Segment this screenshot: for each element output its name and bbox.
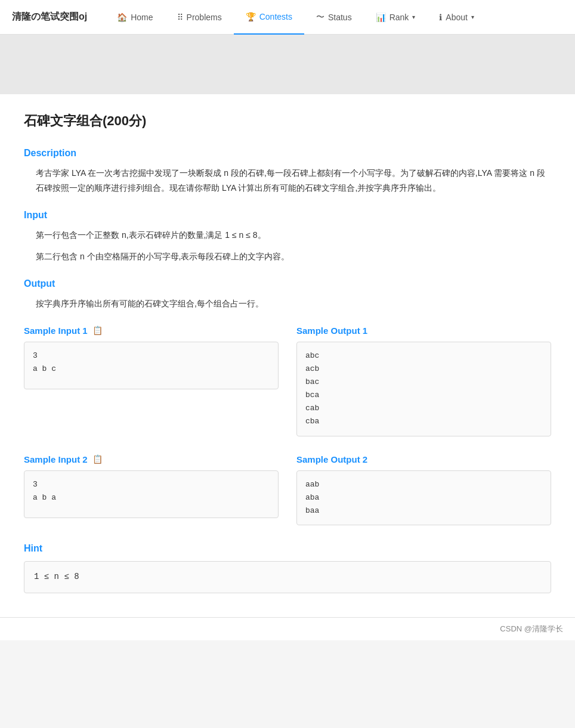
- description-title: Description: [24, 148, 551, 159]
- hint-section: Hint 1 ≤ n ≤ 8: [24, 543, 551, 593]
- nav-item-status[interactable]: 〜 Status: [304, 0, 364, 35]
- description-text: 考古学家 LYA 在一次考古挖掘中发现了一块断裂成 n 段的石碑,每一段石碑上都…: [36, 166, 551, 196]
- sample-output-2-label: Sample Output 2: [296, 454, 551, 464]
- nav-label-problems: Problems: [187, 13, 222, 22]
- sample-row-2: Sample Input 2 📋 3 a b a Sample Output 2…: [24, 454, 551, 525]
- home-icon: 🏠: [117, 13, 127, 22]
- hint-box: 1 ≤ n ≤ 8: [24, 561, 551, 593]
- input-section: Input 第一行包含一个正整数 n,表示石碑碎片的数量,满足 1 ≤ n ≤ …: [24, 210, 551, 264]
- about-chevron-icon: ▾: [471, 14, 474, 20]
- problems-icon: ⠿: [177, 13, 183, 22]
- about-icon: ℹ: [439, 13, 442, 22]
- sample-output-1-box: abc acb bac bca cab cba: [296, 342, 551, 436]
- main-content: 石碑文字组合(200分) Description 考古学家 LYA 在一次考古挖…: [0, 94, 575, 617]
- site-brand: 清隆の笔试突围oj: [12, 11, 87, 23]
- status-icon: 〜: [316, 12, 324, 23]
- sample-output-2-box: aab aba baa: [296, 470, 551, 525]
- output-title: Output: [24, 278, 551, 289]
- sample-input-1-box: 3 a b c: [24, 342, 279, 389]
- sample-input-2-box: 3 a b a: [24, 470, 279, 518]
- nav-item-rank[interactable]: 📊 Rank ▾: [364, 0, 428, 35]
- nav-label-rank: Rank: [389, 13, 409, 22]
- sample-output-2-title: Sample Output 2: [296, 454, 367, 464]
- nav-label-status: Status: [328, 13, 352, 22]
- input-line2: 第二行包含 n 个由空格隔开的小写字母,表示每段石碑上的文字内容。: [36, 249, 551, 264]
- output-text: 按字典序升序输出所有可能的石碑文字组合,每个组合占一行。: [36, 296, 551, 311]
- sample-input-1-title: Sample Input 1: [24, 326, 88, 336]
- input-body: 第一行包含一个正整数 n,表示石碑碎片的数量,满足 1 ≤ n ≤ 8。 第二行…: [24, 228, 551, 264]
- sample-output-1-title: Sample Output 1: [296, 326, 367, 336]
- contests-icon: 🏆: [246, 12, 256, 21]
- nav-item-home[interactable]: 🏠 Home: [105, 0, 165, 35]
- sample-input-2-col: Sample Input 2 📋 3 a b a: [24, 454, 279, 525]
- nav-item-problems[interactable]: ⠿ Problems: [165, 0, 234, 35]
- copy-icon-1[interactable]: 📋: [92, 326, 103, 335]
- nav-item-contests[interactable]: 🏆 Contests: [234, 0, 304, 35]
- nav-item-about[interactable]: ℹ About ▾: [427, 0, 486, 35]
- description-body: 考古学家 LYA 在一次考古挖掘中发现了一块断裂成 n 段的石碑,每一段石碑上都…: [24, 166, 551, 196]
- sample-row-1: Sample Input 1 📋 3 a b c Sample Output 1…: [24, 326, 551, 436]
- banner: [0, 35, 575, 94]
- footer: CSDN @清隆学长: [0, 617, 575, 640]
- sample-output-1-col: Sample Output 1 abc acb bac bca cab cba: [296, 326, 551, 436]
- nav-label-contests: Contests: [259, 12, 292, 21]
- nav-label-home: Home: [131, 13, 153, 22]
- hint-title: Hint: [24, 543, 551, 554]
- rank-icon: 📊: [376, 13, 386, 22]
- input-line1: 第一行包含一个正整数 n,表示石碑碎片的数量,满足 1 ≤ n ≤ 8。: [36, 228, 551, 243]
- output-body: 按字典序升序输出所有可能的石碑文字组合,每个组合占一行。: [24, 296, 551, 311]
- problem-title: 石碑文字组合(200分): [24, 112, 551, 130]
- input-title: Input: [24, 210, 551, 221]
- sample-output-2-col: Sample Output 2 aab aba baa: [296, 454, 551, 525]
- nav-items: 🏠 Home ⠿ Problems 🏆 Contests 〜 Status 📊 …: [105, 0, 563, 35]
- output-section: Output 按字典序升序输出所有可能的石碑文字组合,每个组合占一行。: [24, 278, 551, 311]
- sample-input-2-title: Sample Input 2: [24, 454, 88, 464]
- sample-input-1-col: Sample Input 1 📋 3 a b c: [24, 326, 279, 436]
- nav-label-about: About: [446, 13, 468, 22]
- sample-input-1-label: Sample Input 1 📋: [24, 326, 279, 336]
- sample-output-1-label: Sample Output 1: [296, 326, 551, 336]
- footer-text: CSDN @清隆学长: [500, 624, 563, 633]
- description-section: Description 考古学家 LYA 在一次考古挖掘中发现了一块断裂成 n …: [24, 148, 551, 196]
- sample-input-2-label: Sample Input 2 📋: [24, 454, 279, 464]
- rank-chevron-icon: ▾: [412, 14, 415, 20]
- copy-icon-2[interactable]: 📋: [92, 454, 103, 464]
- navbar: 清隆の笔试突围oj 🏠 Home ⠿ Problems 🏆 Contests 〜…: [0, 0, 575, 35]
